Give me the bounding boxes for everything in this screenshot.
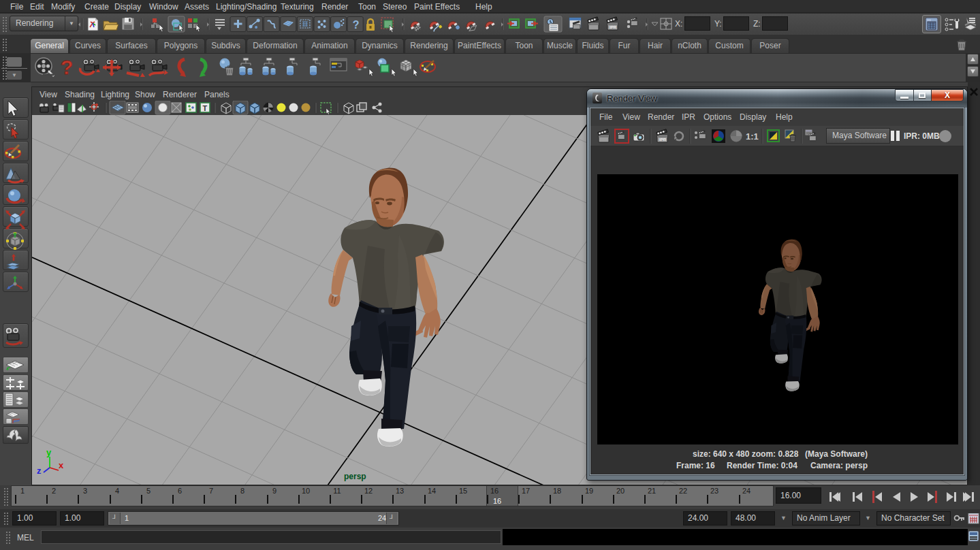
svg-text:z: z [37, 466, 42, 476]
svg-text:1:1: 1:1 [746, 131, 759, 142]
svg-text:IPR: IPR [610, 25, 617, 29]
svg-text:y: y [46, 447, 52, 457]
svg-text:T: T [203, 104, 208, 112]
svg-text:IPR: IPR [659, 138, 667, 142]
svg-text:?: ? [353, 19, 360, 31]
svg-text:?: ? [61, 56, 73, 78]
svg-text:x: x [59, 460, 64, 470]
